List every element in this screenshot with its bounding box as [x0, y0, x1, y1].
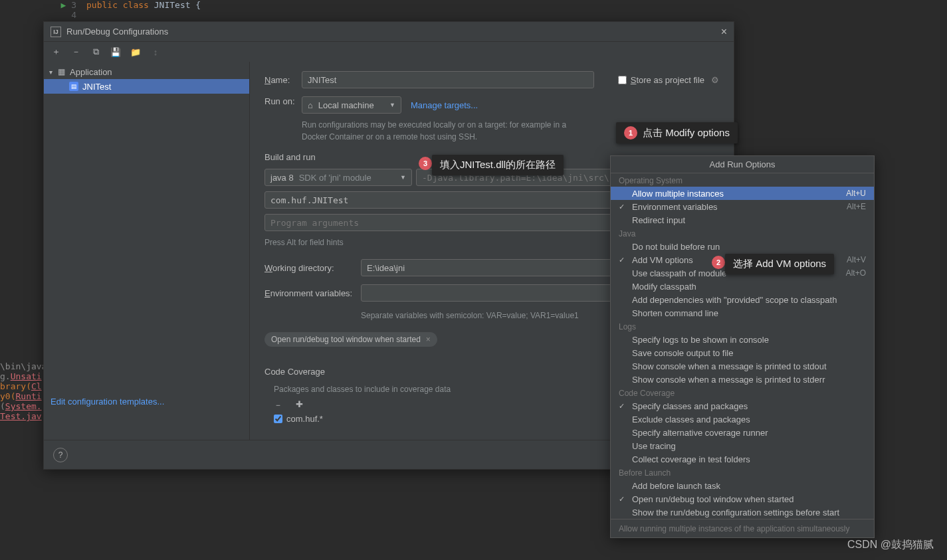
popup-group-label: Before Launch — [611, 466, 874, 479]
popup-item[interactable]: Exclude classes and packages — [611, 413, 874, 426]
popup-item[interactable]: ✓Environment variablesAlt+E — [611, 200, 874, 213]
chevron-down-icon: ▼ — [389, 102, 395, 108]
popup-item-label: Save console output to file — [632, 348, 734, 358]
popup-item[interactable]: Do not build before run — [611, 240, 874, 253]
popup-item-label: Add dependencies with "provided" scope t… — [632, 295, 837, 305]
run-on-hint: Run configurations may be executed local… — [302, 119, 581, 143]
remove-tag-icon[interactable]: × — [426, 335, 431, 344]
popup-item[interactable]: Modify classpath — [611, 280, 874, 293]
popup-item[interactable]: Show console when a message is printed t… — [611, 373, 874, 386]
popup-item[interactable]: Save console output to file — [611, 346, 874, 359]
popup-item-label: Use tracing — [632, 441, 676, 451]
popup-item-label: Redirect input — [632, 215, 685, 225]
popup-item-label: Modify classpath — [632, 282, 696, 292]
save-config-button[interactable]: 💾 — [110, 47, 121, 57]
config-toolbar: ＋ － ⧉ 💾 📁 ↕ — [44, 42, 734, 62]
dialog-title: Run/Debug Configurations — [66, 27, 168, 37]
popup-item[interactable]: Add dependencies with "provided" scope t… — [611, 293, 874, 306]
popup-item[interactable]: Add before launch task — [611, 479, 874, 492]
name-label: Name: — [264, 75, 302, 85]
popup-item-label: Exclude classes and packages — [632, 415, 750, 424]
gear-icon[interactable]: ⚙ — [711, 75, 719, 85]
popup-item-shortcut: Alt+E — [847, 202, 866, 211]
env-vars-label: Environment variables: — [264, 288, 361, 298]
add-run-options-popup[interactable]: Add Run Options Operating SystemAllow mu… — [610, 155, 875, 538]
chevron-down-icon: ▼ — [400, 174, 406, 181]
annotation-1: 1 点击 Modify options — [616, 122, 738, 143]
coverage-add-button[interactable]: ✚ — [296, 399, 303, 411]
popup-item-label: Add before launch task — [632, 481, 720, 491]
coverage-remove-button[interactable]: － — [274, 399, 282, 411]
popup-item[interactable]: Use tracing — [611, 439, 874, 452]
jdk-dropdown[interactable]: java 8 SDK of 'jni' module ▼ — [264, 169, 412, 186]
name-input[interactable] — [302, 71, 594, 88]
working-dir-label: Working directory: — [264, 263, 361, 273]
tool-window-tag[interactable]: Open run/debug tool window when started … — [264, 332, 437, 347]
annotation-2: 选择 Add VM options — [725, 254, 834, 274]
help-button[interactable]: ? — [53, 448, 68, 462]
popup-item-shortcut: Alt+V — [847, 255, 866, 264]
popup-item[interactable]: Shorten command line — [611, 306, 874, 320]
popup-item-label: Show the run/debug configuration setting… — [632, 508, 839, 517]
editor-gutter: ▶ 3 4 — [0, 0, 86, 20]
home-icon: ⌂ — [308, 100, 313, 110]
check-icon: ✓ — [619, 256, 625, 264]
popup-item-shortcut: Alt+O — [846, 268, 866, 278]
edit-templates-link[interactable]: Edit configuration templates... — [51, 397, 164, 407]
close-icon[interactable]: × — [721, 26, 727, 38]
run-gutter-icon[interactable]: ▶ — [61, 0, 66, 10]
popup-item-label: Collect coverage in test folders — [632, 454, 750, 464]
popup-item-label: Use classpath of module — [632, 268, 726, 278]
check-icon: ✓ — [619, 203, 625, 211]
config-tree[interactable]: ▾ ▦ Application ▤ JNITest Edit configura… — [44, 62, 250, 440]
store-project-label: Store as project file — [631, 75, 704, 85]
app-icon: IJ — [51, 27, 61, 37]
tree-node-application[interactable]: ▾ ▦ Application — [44, 64, 249, 79]
run-on-label: Run on: — [264, 96, 302, 106]
popup-item[interactable]: Collect coverage in test folders — [611, 452, 874, 466]
manage-targets-link[interactable]: Manage targets... — [411, 100, 478, 110]
annotation-3: 填入JNITest.dll的所在路径 — [432, 155, 564, 175]
popup-item-label: Allow multiple instances — [632, 189, 724, 199]
tree-node-label: JNITest — [82, 82, 111, 92]
popup-item[interactable]: ✓Open run/debug tool window when started — [611, 492, 874, 506]
popup-item[interactable]: Specify alternative coverage runner — [611, 426, 874, 439]
popup-item-label: Open run/debug tool window when started — [632, 494, 794, 504]
popup-item[interactable]: Redirect input — [611, 213, 874, 227]
badge-2-icon: 2 — [712, 256, 725, 269]
java-config-icon: ▤ — [69, 82, 78, 91]
popup-group-label: Logs — [611, 320, 874, 333]
application-icon: ▦ — [56, 67, 66, 76]
popup-group-label: Java — [611, 227, 874, 240]
check-icon: ✓ — [619, 495, 625, 504]
badge-3-icon: 3 — [419, 157, 432, 170]
popup-item[interactable]: Specify logs to be shown in console — [611, 333, 874, 346]
badge-1-icon: 1 — [624, 126, 637, 140]
popup-item[interactable]: ✓Specify classes and packages — [611, 399, 874, 413]
popup-item-label: Specify alternative coverage runner — [632, 428, 768, 438]
popup-item-label: Add VM options — [632, 255, 693, 265]
popup-item-label: Environment variables — [632, 202, 718, 212]
popup-footer: Allow running multiple instances of the … — [611, 519, 874, 537]
store-project-checkbox[interactable] — [618, 76, 627, 84]
popup-group-label: Operating System — [611, 173, 874, 187]
move-config-button: ↕ — [150, 47, 161, 57]
tree-node-jnitest[interactable]: ▤ JNITest — [44, 79, 249, 94]
popup-item-label: Do not build before run — [632, 242, 720, 252]
add-config-button[interactable]: ＋ — [51, 46, 61, 58]
popup-item[interactable]: Show console when a message is printed t… — [611, 359, 874, 373]
chevron-down-icon[interactable]: ▾ — [49, 68, 53, 76]
coverage-item-label: com.huf.* — [286, 414, 323, 424]
coverage-item-checkbox[interactable] — [274, 415, 282, 423]
popup-item-label: Show console when a message is printed t… — [632, 375, 825, 385]
remove-config-button[interactable]: － — [70, 46, 81, 58]
run-target-dropdown[interactable]: ⌂ Local machine ▼ — [302, 96, 401, 114]
popup-item-label: Show console when a message is printed t… — [632, 361, 827, 371]
dialog-titlebar[interactable]: IJ Run/Debug Configurations × — [44, 22, 734, 42]
editor-code: public class JNITest { — [86, 0, 947, 10]
copy-config-button[interactable]: ⧉ — [90, 47, 101, 57]
folder-config-button[interactable]: 📁 — [130, 47, 141, 57]
popup-item[interactable]: Show the run/debug configuration setting… — [611, 506, 874, 519]
popup-item-shortcut: Alt+U — [846, 189, 866, 198]
popup-item[interactable]: Allow multiple instancesAlt+U — [611, 187, 874, 200]
